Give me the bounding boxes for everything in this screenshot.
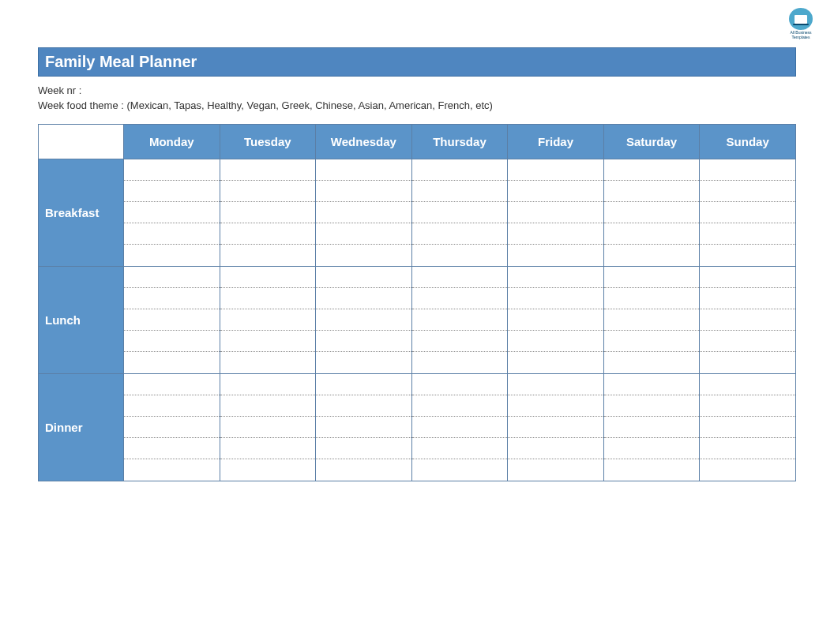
slot[interactable]: [604, 417, 700, 438]
slot[interactable]: [508, 288, 603, 309]
cell-breakfast-sunday[interactable]: [700, 159, 796, 267]
cell-dinner-saturday[interactable]: [603, 374, 700, 481]
slot[interactable]: [604, 288, 700, 309]
cell-dinner-wednesday[interactable]: [316, 374, 412, 481]
slot[interactable]: [316, 374, 411, 395]
slot[interactable]: [316, 181, 411, 202]
slot[interactable]: [700, 202, 795, 223]
slot[interactable]: [412, 395, 508, 417]
week-theme-value[interactable]: (Mexican, Tapas, Healthy, Vegan, Greek, …: [127, 99, 493, 111]
slot[interactable]: [124, 438, 220, 459]
slot[interactable]: [700, 438, 795, 459]
slot[interactable]: [124, 459, 220, 481]
cell-lunch-thursday[interactable]: [411, 267, 508, 374]
cell-breakfast-tuesday[interactable]: [220, 159, 316, 267]
slot[interactable]: [604, 352, 700, 373]
slot[interactable]: [220, 159, 316, 181]
slot[interactable]: [124, 202, 220, 223]
slot[interactable]: [508, 309, 603, 331]
slot[interactable]: [412, 331, 508, 352]
slot[interactable]: [124, 374, 220, 395]
slot[interactable]: [508, 352, 603, 373]
slot[interactable]: [508, 459, 603, 481]
slot[interactable]: [412, 309, 508, 331]
slot[interactable]: [124, 223, 220, 245]
slot[interactable]: [124, 181, 220, 202]
slot[interactable]: [604, 202, 700, 223]
slot[interactable]: [124, 267, 220, 288]
slot[interactable]: [700, 288, 795, 309]
cell-dinner-sunday[interactable]: [700, 374, 796, 481]
slot[interactable]: [124, 417, 220, 438]
cell-dinner-thursday[interactable]: [411, 374, 508, 481]
slot[interactable]: [124, 395, 220, 417]
cell-breakfast-friday[interactable]: [508, 159, 604, 267]
slot[interactable]: [412, 459, 508, 481]
slot[interactable]: [412, 159, 508, 181]
cell-breakfast-saturday[interactable]: [603, 159, 700, 267]
slot[interactable]: [412, 267, 508, 288]
slot[interactable]: [508, 223, 603, 245]
slot[interactable]: [220, 181, 316, 202]
slot[interactable]: [700, 395, 795, 417]
slot[interactable]: [220, 331, 316, 352]
cell-lunch-monday[interactable]: [124, 267, 220, 374]
slot[interactable]: [316, 417, 411, 438]
slot[interactable]: [124, 352, 220, 373]
slot[interactable]: [316, 459, 411, 481]
slot[interactable]: [508, 245, 603, 266]
slot[interactable]: [220, 459, 316, 481]
slot[interactable]: [604, 267, 700, 288]
slot[interactable]: [220, 223, 316, 245]
slot[interactable]: [412, 288, 508, 309]
slot[interactable]: [412, 202, 508, 223]
slot[interactable]: [316, 331, 411, 352]
slot[interactable]: [412, 245, 508, 266]
slot[interactable]: [700, 181, 795, 202]
slot[interactable]: [124, 245, 220, 266]
slot[interactable]: [316, 202, 411, 223]
slot[interactable]: [124, 331, 220, 352]
slot[interactable]: [220, 245, 316, 266]
slot[interactable]: [412, 223, 508, 245]
slot[interactable]: [700, 159, 795, 181]
slot[interactable]: [220, 417, 316, 438]
slot[interactable]: [508, 438, 603, 459]
slot[interactable]: [508, 374, 603, 395]
slot[interactable]: [604, 438, 700, 459]
slot[interactable]: [220, 267, 316, 288]
slot[interactable]: [316, 309, 411, 331]
slot[interactable]: [316, 245, 411, 266]
cell-lunch-tuesday[interactable]: [220, 267, 316, 374]
slot[interactable]: [220, 352, 316, 373]
slot[interactable]: [604, 245, 700, 266]
slot[interactable]: [316, 159, 411, 181]
slot[interactable]: [508, 267, 603, 288]
slot[interactable]: [508, 202, 603, 223]
slot[interactable]: [124, 309, 220, 331]
slot[interactable]: [508, 331, 603, 352]
slot[interactable]: [412, 417, 508, 438]
slot[interactable]: [124, 288, 220, 309]
slot[interactable]: [220, 202, 316, 223]
slot[interactable]: [700, 374, 795, 395]
cell-lunch-sunday[interactable]: [700, 267, 796, 374]
slot[interactable]: [700, 245, 795, 266]
cell-breakfast-thursday[interactable]: [411, 159, 508, 267]
slot[interactable]: [412, 181, 508, 202]
slot[interactable]: [700, 459, 795, 481]
slot[interactable]: [700, 352, 795, 373]
slot[interactable]: [220, 374, 316, 395]
slot[interactable]: [220, 395, 316, 417]
slot[interactable]: [412, 438, 508, 459]
slot[interactable]: [700, 309, 795, 331]
slot[interactable]: [316, 395, 411, 417]
slot[interactable]: [604, 159, 700, 181]
cell-breakfast-monday[interactable]: [124, 159, 220, 267]
slot[interactable]: [316, 223, 411, 245]
slot[interactable]: [700, 223, 795, 245]
cell-lunch-friday[interactable]: [508, 267, 604, 374]
slot[interactable]: [412, 374, 508, 395]
slot[interactable]: [604, 331, 700, 352]
cell-dinner-friday[interactable]: [508, 374, 604, 481]
